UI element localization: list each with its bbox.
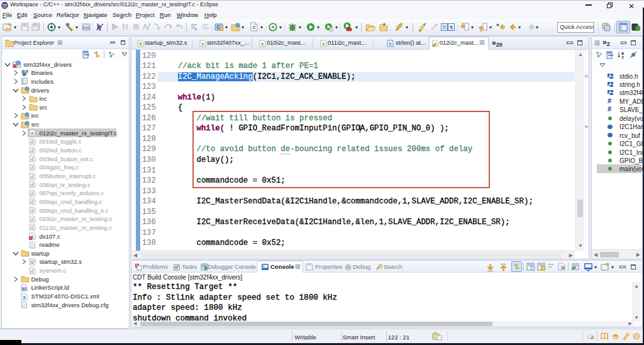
- svg-text:c: c: [322, 41, 325, 47]
- svg-text:c: c: [31, 165, 33, 171]
- svg-text:c: c: [31, 182, 33, 188]
- svg-text:c: c: [31, 156, 33, 162]
- svg-text:c: c: [389, 41, 391, 47]
- svg-text:c: c: [31, 174, 33, 179]
- svg-text:S: S: [139, 41, 142, 47]
- svg-text:S: S: [30, 259, 33, 265]
- svg-text:c: c: [201, 41, 204, 47]
- svg-text:X: X: [23, 295, 26, 299]
- svg-text:c: c: [31, 225, 33, 230]
- svg-text:c: c: [31, 199, 33, 205]
- svg-text:c: c: [31, 217, 33, 222]
- svg-text:010: 010: [83, 26, 90, 30]
- svg-text:c: c: [261, 41, 264, 47]
- svg-text:c: c: [31, 139, 33, 145]
- svg-text:z: z: [621, 55, 624, 59]
- svg-text:c: c: [31, 191, 33, 196]
- svg-text:c: c: [31, 130, 33, 136]
- svg-text:c: c: [31, 148, 33, 154]
- svg-text:c: c: [31, 208, 33, 213]
- svg-text:LD: LD: [23, 288, 27, 291]
- svg-text:¶: ¶: [450, 25, 453, 31]
- svg-text:c: c: [31, 268, 33, 274]
